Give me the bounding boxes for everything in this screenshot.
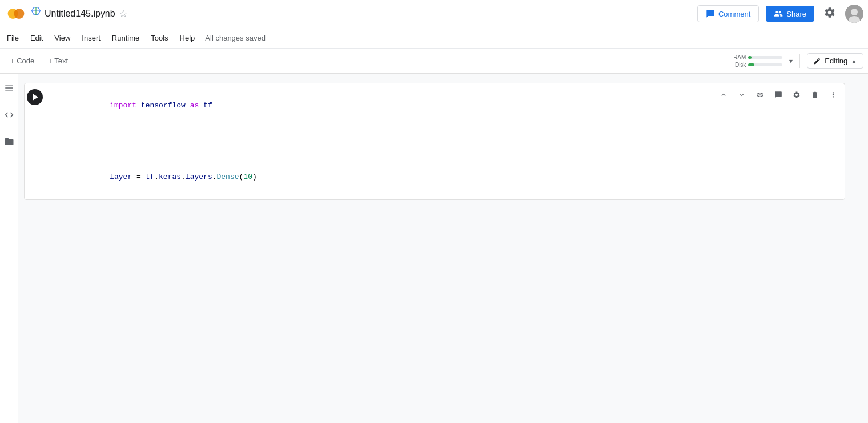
menu-file[interactable]: File — [1, 31, 25, 45]
title-row: Untitled145.ipynb ☆ Comment Share — [0, 0, 868, 27]
delete-cell-button[interactable] — [807, 87, 823, 103]
menu-insert[interactable]: Insert — [76, 31, 106, 45]
save-status: All changes saved — [205, 34, 266, 42]
notebook-content[interactable]: import tensorflow as tf layer = tf.keras… — [18, 74, 868, 423]
link-button[interactable] — [752, 87, 768, 103]
file-title[interactable]: Untitled145.ipynb — [45, 9, 115, 19]
editing-button[interactable]: Editing ▲ — [807, 53, 863, 69]
sidebar-folder-icon[interactable] — [2, 134, 17, 152]
file-title-area: Untitled145.ipynb ☆ — [31, 7, 694, 20]
main-area: import tensorflow as tf layer = tf.keras… — [0, 74, 868, 423]
toolbar-row: + Code + Text RAM Disk ▾ Editing ▲ — [0, 49, 868, 74]
code-line-2 — [47, 123, 840, 159]
add-text-button[interactable]: + Text — [42, 54, 74, 68]
menu-tools[interactable]: Tools — [145, 31, 174, 45]
sidebar-code-icon[interactable] — [2, 107, 17, 125]
disk-bar — [748, 63, 782, 66]
settings-icon[interactable] — [821, 4, 838, 24]
left-sidebar — [0, 74, 18, 423]
disk-fill — [748, 63, 754, 66]
code-cell[interactable]: import tensorflow as tf layer = tf.keras… — [24, 83, 845, 200]
top-right-controls: Comment Share — [697, 4, 863, 24]
code-line-3: layer = tf.keras.layers.Dense(10) — [47, 159, 840, 195]
collapse-icon: ▲ — [851, 58, 857, 65]
comment-button[interactable]: Comment — [697, 5, 759, 22]
toolbar-right: RAM Disk ▾ Editing ▲ — [731, 53, 863, 69]
ram-label: RAM — [731, 54, 746, 61]
cell-comment-button[interactable] — [770, 87, 786, 103]
cell-toolbar — [716, 87, 841, 103]
editing-label: Editing — [825, 57, 847, 65]
play-icon — [33, 94, 38, 101]
menu-help[interactable]: Help — [174, 31, 201, 45]
code-cell-wrapper: import tensorflow as tf layer = tf.keras… — [24, 83, 845, 200]
svg-point-1 — [14, 9, 24, 19]
svg-point-3 — [851, 9, 858, 15]
more-options-button[interactable] — [825, 87, 841, 103]
resource-dropdown-arrow[interactable]: ▾ — [789, 57, 793, 65]
empty-notebook-area — [18, 205, 868, 423]
menu-edit[interactable]: Edit — [25, 31, 49, 45]
add-code-button[interactable]: + Code — [5, 54, 40, 68]
menu-runtime[interactable]: Runtime — [106, 31, 145, 45]
disk-label: Disk — [731, 62, 746, 68]
star-icon[interactable]: ☆ — [119, 7, 128, 20]
drive-icon — [31, 7, 41, 20]
share-button[interactable]: Share — [766, 6, 814, 22]
code-editor[interactable]: import tensorflow as tf layer = tf.keras… — [47, 88, 840, 195]
sidebar-menu-icon[interactable] — [2, 81, 17, 98]
divider — [799, 54, 800, 68]
cell-settings-button[interactable] — [789, 87, 805, 103]
user-avatar[interactable] — [845, 5, 863, 23]
menu-bar: File Edit View Insert Runtime Tools Help… — [0, 27, 868, 48]
run-button[interactable] — [27, 89, 43, 105]
ram-bar — [748, 56, 782, 59]
menu-view[interactable]: View — [49, 31, 76, 45]
resource-indicator: RAM Disk — [731, 54, 782, 68]
ram-fill — [748, 56, 752, 59]
colab-logo[interactable] — [5, 2, 27, 25]
move-up-button[interactable] — [716, 87, 732, 103]
move-down-button[interactable] — [734, 87, 750, 103]
